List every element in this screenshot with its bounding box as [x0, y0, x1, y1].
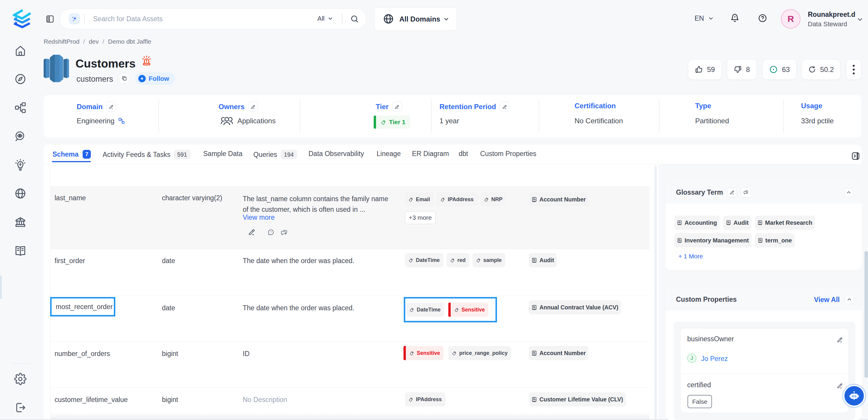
svg-text:?: ? — [270, 231, 272, 234]
